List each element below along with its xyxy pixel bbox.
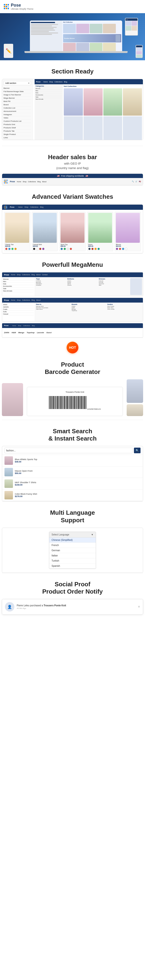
- product-image: [61, 213, 84, 243]
- section-ready-content: Add section × Banner Full Banner/Image S…: [0, 79, 145, 146]
- color-swatch[interactable]: [36, 248, 38, 250]
- tablet-mockup: Pose: [125, 18, 138, 35]
- mm-nav-item: Blog: [32, 274, 35, 275]
- barcode-content: Trousers Ponte Knit: [0, 379, 145, 420]
- menu-item[interactable]: Instagram: [3, 113, 31, 116]
- mm-col-title: New In: [36, 304, 71, 305]
- product-image: [33, 213, 57, 243]
- color-swatches: [61, 248, 84, 250]
- logo-dot: [6, 180, 8, 181]
- menu-item[interactable]: Full Width Slider: [3, 139, 31, 140]
- menu-item[interactable]: Products Grid: [3, 123, 31, 126]
- svg-rect-33: [79, 396, 80, 409]
- mm-menu-item: Casual: [3, 313, 34, 315]
- color-swatch[interactable]: [88, 248, 91, 250]
- search-input[interactable]: [5, 448, 132, 453]
- brands-body: ZARA H&M Mango Topshop Lacoste Gucci: [2, 328, 143, 337]
- color-swatch[interactable]: [97, 248, 100, 250]
- menu-item[interactable]: Mega Banner: [3, 97, 31, 100]
- brand-logo: ZARA: [4, 331, 9, 334]
- color-swatch[interactable]: [64, 248, 66, 250]
- mm-col-2: Brands ZARA H&M Mango Topshop: [72, 304, 106, 320]
- color-swatch[interactable]: [39, 248, 41, 250]
- mm-menu-item: Jackets: [3, 306, 34, 308]
- color-swatch[interactable]: [8, 248, 11, 250]
- color-swatch[interactable]: [14, 248, 17, 250]
- swatch-product: Sport Top $38.50: [59, 212, 86, 251]
- color-swatch[interactable]: [91, 248, 94, 250]
- product-card: [103, 24, 116, 33]
- color-swatch[interactable]: [116, 248, 118, 250]
- mini-line: [31, 27, 57, 28]
- flag-icon: 🇺🇸: [57, 175, 59, 177]
- menu-item[interactable]: Banner: [3, 87, 31, 90]
- color-swatch[interactable]: [5, 248, 8, 250]
- menu-item[interactable]: Products Shelf: [3, 126, 31, 129]
- mm-menu-panel: Women Men Kids Accessories Sale New Arri…: [2, 277, 35, 296]
- search-result-item[interactable]: Color Block Funny Shirt $278.00: [2, 490, 143, 501]
- lang-option[interactable]: Chinese (Simplified): [49, 538, 96, 543]
- menu-item[interactable]: Brand: [3, 103, 31, 107]
- swatches-title: Advanced Variant Swatches: [4, 193, 141, 200]
- lang-option[interactable]: Turkish: [49, 558, 96, 563]
- search-result-item[interactable]: Blue Athletic Sports Top $48.00: [2, 455, 143, 466]
- header-sales-sub: with GEO IP: [4, 162, 141, 165]
- section-ready-title: Section Ready: [4, 68, 141, 75]
- nav-item: Home: [43, 81, 48, 83]
- menu-item[interactable]: Video: [3, 116, 31, 119]
- product-card: [90, 24, 102, 33]
- color-swatch[interactable]: [70, 248, 72, 250]
- svg-rect-18: [65, 396, 66, 409]
- menu-item[interactable]: Full Banner/Image Slide: [3, 90, 31, 93]
- search-result-item[interactable]: Mauve Open Front $55.00: [2, 466, 143, 478]
- search-button[interactable]: 🔍: [134, 448, 140, 453]
- lang-option[interactable]: German: [49, 548, 96, 553]
- color-swatch[interactable]: [122, 248, 124, 250]
- logo-dot: [6, 4, 7, 5]
- add-section-button[interactable]: Add section ×: [3, 81, 31, 85]
- svg-rect-34: [80, 396, 80, 409]
- color-swatch[interactable]: [42, 248, 45, 250]
- menu-item[interactable]: Links: [3, 136, 31, 139]
- color-swatch[interactable]: [11, 248, 14, 250]
- product-figure-right-2: [127, 404, 143, 416]
- menu-item[interactable]: Single Product: [3, 133, 31, 136]
- mm-nav-item: Home: [11, 274, 16, 275]
- menu-item[interactable]: Collection List: [3, 107, 31, 110]
- close-button[interactable]: ×: [138, 605, 140, 609]
- lang-option[interactable]: French: [49, 543, 96, 548]
- section-ready-wrapper: Section Ready Add section × Banner Full …: [0, 60, 145, 146]
- swatch-product: Classic Tee $29.99: [4, 212, 30, 251]
- color-swatch[interactable]: [94, 248, 97, 250]
- color-swatch[interactable]: [61, 248, 63, 250]
- mini-line: [31, 24, 58, 25]
- search-result-item[interactable]: MKF Shoulder T Shirts $158.00: [2, 478, 143, 490]
- menu-item[interactable]: Bold Pill: [3, 100, 31, 103]
- svg-rect-36: [82, 396, 82, 409]
- search-bar-row: 🔍: [2, 446, 143, 455]
- color-swatch[interactable]: [119, 248, 121, 250]
- menu-item[interactable]: Products Tab: [3, 129, 31, 133]
- menu-item[interactable]: Image & Text Banner: [3, 93, 31, 97]
- search-icon: 🔍: [135, 449, 139, 452]
- logo-dot: [4, 4, 5, 5]
- product-card: [90, 43, 102, 51]
- search-result-info: Color Block Funny Shirt $278.00: [15, 493, 140, 498]
- menu-item[interactable]: Custom Products List: [3, 119, 31, 123]
- add-section-label: Add section: [5, 82, 16, 84]
- social-proof-time: 46 Min Ago: [17, 607, 135, 609]
- menu-item[interactable]: Announcement: [3, 110, 31, 113]
- smart-search-heading: Smart Search & Instant Search: [0, 420, 145, 446]
- lang-option[interactable]: Italian: [49, 553, 96, 558]
- swatches-top-bar: Pose Home Shop Collections Blog: [2, 205, 143, 210]
- logo-dot: [5, 207, 6, 208]
- product-figures-right: [127, 379, 143, 416]
- color-swatch[interactable]: [125, 248, 127, 250]
- color-swatch[interactable]: [33, 248, 35, 250]
- laptop-base: [24, 51, 128, 53]
- mm-col-title: Brands: [72, 304, 106, 305]
- lang-option[interactable]: Spanish: [49, 563, 96, 569]
- color-swatch[interactable]: [67, 248, 69, 250]
- lang-select-header[interactable]: Select Language ▼: [49, 532, 96, 538]
- language-select[interactable]: Select Language ▼ Chinese (Simplified) F…: [49, 532, 96, 569]
